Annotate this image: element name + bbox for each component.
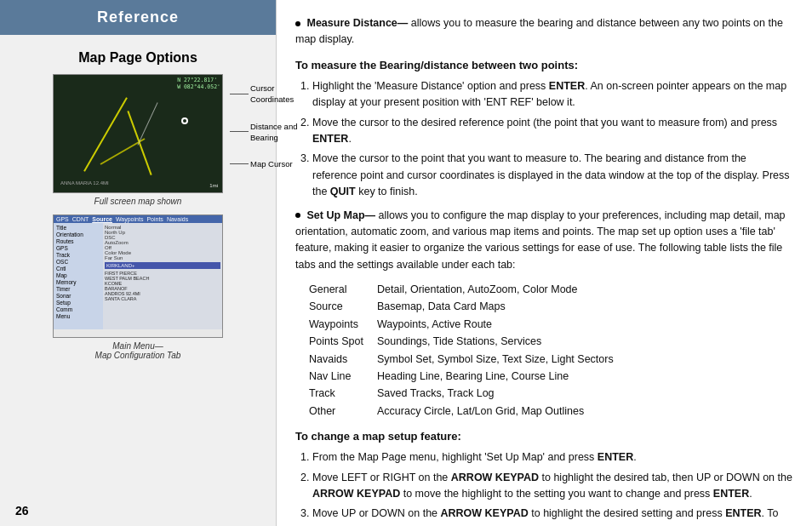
map2-selected-item: KIRKLAND+ [105,262,220,269]
map1-image: N 27°22.817' W 082°44.052' ANNA MARIA 12… [53,74,223,193]
enter-label5: ENTER [725,507,761,519]
steps1-list: Highlight the 'Measure Distance' option … [312,78,793,201]
sidebar-section-title: Map Page Options [9,50,267,66]
dist-bearing-label: Distance andBearing [250,121,297,144]
map2-container: GPS CDNT Source Waypoints Points Navaids… [53,214,223,360]
step2-3: Move UP or DOWN on the ARROW KEYPAD to h… [312,506,793,526]
tab-waypoints[interactable]: Waypoints [116,216,143,222]
arrow-keypad1: ARROW KEYPAD [451,472,539,483]
distance-line [137,102,157,145]
map-coords: N 27°22.817' W 082°44.052' [177,77,220,90]
tab-gps[interactable]: GPS [56,216,69,222]
table-row-waypoints: Waypoints Waypoints, Active Route [309,317,793,333]
step1-3: Move the cursor to the point that you wa… [312,151,793,200]
table-row-other: Other Accuracy Circle, Lat/Lon Grid, Map… [309,403,793,420]
page-number: 26 [15,504,29,517]
cursor-coords-line: CursorCoordinates [230,83,297,106]
map2-label-sonar: Sonar [56,293,100,299]
heading2: To change a map setup feature: [295,428,793,445]
col1-track: Track [309,386,377,402]
map2-label-map: Map [56,272,100,278]
col1-points: Points Spot [309,334,377,350]
sidebar: Reference Map Page Options N 27°22.817' … [0,0,277,526]
map2-image: GPS CDNT Source Waypoints Points Navaids… [53,214,223,338]
ann-line1 [230,94,249,94]
map1-container: N 27°22.817' W 082°44.052' ANNA MARIA 12… [14,74,261,206]
cursor-dot [181,117,188,124]
tab-points[interactable]: Points [146,216,163,222]
map2-label-gpss: GPS [56,245,100,251]
map2-label-title: Title [56,225,100,231]
ann-line3 [230,163,249,164]
bullet2-dot [295,213,300,218]
steps2-list: From the Map Page menu, highlight 'Set U… [312,449,793,526]
map2-label-track: Track [56,252,100,258]
table-row-track: Track Saved Tracks, Track Log [309,386,793,402]
table-row-general: General Detail, Orientation, AutoZoom, C… [309,282,793,298]
step1-1: Highlight the 'Measure Distance' option … [312,78,793,111]
map2-label-memory: Memory [56,279,100,285]
col1-navline: Nav Line [309,369,377,385]
settings-table: General Detail, Orientation, AutoZoom, C… [309,282,793,420]
table-row-navline: Nav Line Heading Line, Bearing Line, Cou… [309,369,793,385]
map2-caption-line1: Main Menu— [112,341,163,351]
enter-label3: ENTER [598,451,633,463]
map2-header-bar: GPS CDNT Source Waypoints Points Navaids [54,215,222,223]
dist-bearing-line: Distance andBearing [230,121,297,144]
bullet2-paragraph: Set Up Map— allows you to configure the … [295,208,793,274]
col1-other: Other [309,403,377,420]
map2-place-label6: SANTA CLARA [105,296,220,301]
map2-label-setup: Setup [56,300,100,306]
quit-label1: QUIT [330,186,356,197]
col2-navaids: Symbol Set, Symbol Size, Text Size, Ligh… [377,352,614,368]
tab-navaids[interactable]: Navaids [167,216,188,222]
bullet1-section: Measure Distance— allows you to measure … [295,15,793,49]
heading1: To measure the Bearing/distance between … [295,57,793,74]
ann-line2 [230,131,249,132]
table-row-navaids: Navaids Symbol Set, Symbol Size, Text Si… [309,352,793,368]
map-scale: 1mi [209,183,218,188]
col2-track: Saved Tracks, Track Log [377,386,495,402]
col1-navaids: Navaids [309,352,377,368]
map2-body: Title Orientation Routes GPS Track OSC C… [54,223,222,329]
sidebar-header: Reference [0,0,276,35]
step2-1: From the Map Page menu, highlight 'Set U… [312,449,793,466]
table-row-points: Points Spot Soundings, Tide Stations, Se… [309,334,793,350]
map2-label-menu: Menu [56,313,100,319]
col2-points: Soundings, Tide Stations, Services [377,334,541,350]
col2-waypoints: Waypoints, Active Route [377,317,492,333]
map2-caption: Main Menu— Map Configuration Tab [53,341,223,360]
map2-label-timer: Timer [56,286,100,292]
map2-right-panel: Normal North Up DSC AutoZoom Off Color M… [103,223,222,329]
arrow-keypad3: ARROW KEYPAD [441,507,529,519]
col2-other: Accuracy Circle, Lat/Lon Grid, Map Outli… [377,403,584,420]
step2-2: Move LEFT or RIGHT on the ARROW KEYPAD t… [312,470,793,503]
enter-label4: ENTER [713,488,749,500]
col1-waypoints: Waypoints [309,317,377,333]
map2-label-comm: Comm [56,306,100,312]
tab-source[interactable]: Source [92,216,112,222]
table-row-source: Source Basemap, Data Card Maps [309,299,793,315]
map-cursor-line: Map Cursor [230,158,297,169]
map2-caption-line2: Map Configuration Tab [95,351,181,360]
map-cursor-label: Map Cursor [250,158,293,169]
map2-label-osc: OSC [56,259,100,265]
col1-general: General [309,282,377,298]
bullet2-section: Set Up Map— allows you to configure the … [295,208,793,274]
arrow-keypad2: ARROW KEYPAD [312,488,400,500]
map2-setting-far-sun: Far Sun [105,255,220,260]
step1-2: Move the cursor to the desired reference… [312,115,793,148]
bullet1-term: Measure Distance— [306,17,408,29]
col2-source: Basemap, Data Card Maps [377,299,506,315]
map2-label-cntl: Cntl [56,266,100,272]
cursor-coords-annotation: CursorCoordinates Distance andBearing Ma… [230,83,297,169]
cursor-coords-label: CursorCoordinates [250,83,294,106]
tab-cdnt[interactable]: CDNT [72,216,89,222]
col1-source: Source [309,299,377,315]
map2-label-orientation: Orientation [56,232,100,237]
col2-navline: Heading Line, Bearing Line, Course Line [377,369,569,385]
map-bottom-label: ANNA MARIA 12.4MI [60,180,109,186]
map2-label-routes: Routes [56,238,100,244]
main-content: Measure Distance— allows you to measure … [277,0,812,526]
enter-label1: ENTER [549,80,585,92]
